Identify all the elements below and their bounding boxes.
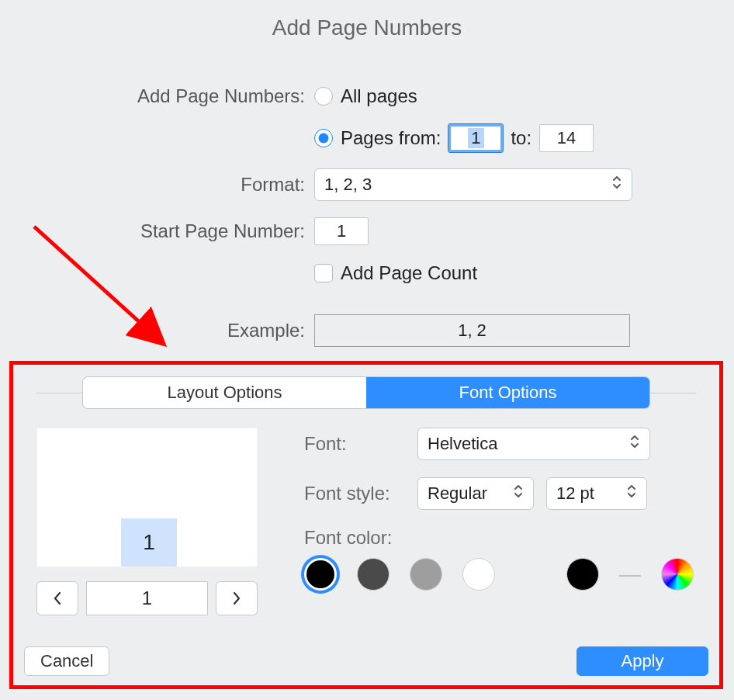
radio-all-pages-label: All pages (341, 85, 417, 107)
label-add-page-numbers: Add Page Numbers: (0, 85, 314, 107)
apply-button[interactable]: Apply (576, 646, 708, 676)
label-example: Example: (0, 320, 314, 341)
highlight-box: Layout Options Font Options 1 1 (9, 361, 723, 689)
label-start-page-number: Start Page Number: (0, 220, 314, 242)
color-black[interactable] (304, 558, 337, 591)
font-select[interactable]: Helvetica (417, 428, 650, 460)
separator: — (619, 562, 641, 587)
color-white[interactable] (462, 558, 495, 591)
font-size-select[interactable]: 12 pt (546, 477, 647, 510)
preview-column: 1 1 (36, 428, 258, 615)
pages-from-input[interactable]: 1 (448, 124, 503, 152)
add-page-count-checkbox[interactable] (314, 264, 333, 282)
font-options-form: Font: Helvetica Font style: Regular (304, 428, 694, 615)
label-format: Format: (0, 174, 314, 196)
page-number-field[interactable]: 1 (86, 581, 208, 615)
to-label: to: (511, 127, 531, 149)
page-preview: 1 (36, 428, 258, 567)
color-dark-gray[interactable] (357, 558, 390, 591)
format-select-value: 1, 2, 3 (324, 175, 372, 195)
dialog-title: Add Page Numbers (0, 0, 734, 40)
label-font: Font: (304, 433, 405, 455)
chevron-updown-icon (626, 483, 637, 504)
label-font-color: Font color: (304, 527, 405, 549)
color-swatches: — (304, 558, 694, 591)
next-page-button[interactable] (216, 581, 258, 615)
color-picker-button[interactable] (661, 558, 694, 591)
format-select[interactable]: 1, 2, 3 (314, 168, 632, 201)
tab-layout-options[interactable]: Layout Options (83, 377, 366, 408)
tab-font-options[interactable]: Font Options (366, 377, 649, 408)
color-gray[interactable] (410, 558, 442, 591)
label-font-style: Font style: (304, 483, 405, 504)
radio-pages-from[interactable] (314, 129, 333, 147)
add-page-numbers-dialog: Add Page Numbers Add Page Numbers: All p… (0, 0, 734, 700)
prev-page-button[interactable] (36, 581, 78, 615)
cancel-button[interactable]: Cancel (24, 646, 109, 676)
start-page-input[interactable]: 1 (314, 217, 369, 245)
chevron-updown-icon (513, 483, 524, 504)
radio-pages-from-label: Pages from: (341, 127, 441, 149)
example-box: 1, 2 (314, 314, 630, 347)
font-style-select[interactable]: Regular (417, 477, 534, 510)
add-page-count-label: Add Page Count (341, 262, 477, 284)
pages-to-input[interactable]: 14 (539, 124, 594, 152)
chevron-updown-icon (611, 175, 622, 195)
segmented-control: Layout Options Font Options (83, 377, 649, 408)
chevron-updown-icon (629, 434, 640, 454)
form-area: Add Page Numbers: All pages Pages from: … (0, 79, 734, 348)
color-custom[interactable] (566, 558, 599, 591)
preview-page-number: 1 (121, 518, 177, 567)
radio-all-pages[interactable] (314, 87, 333, 106)
